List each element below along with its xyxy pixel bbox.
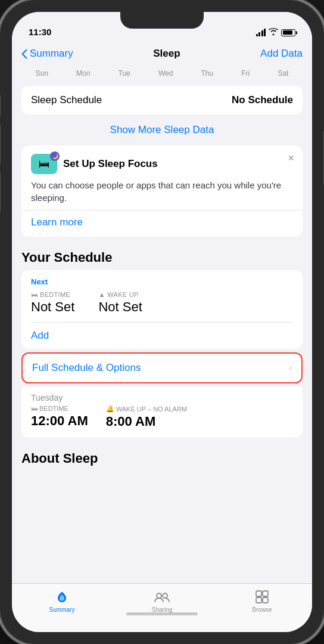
focus-header: 🛏 🌙 Set Up Sleep Focus bbox=[31, 154, 293, 174]
svg-rect-2 bbox=[256, 591, 261, 596]
tuesday-wakeup-icon: 🔔 bbox=[106, 405, 114, 413]
tuesday-bedtime-col: 🛏 BEDTIME 12:00 AM bbox=[31, 405, 88, 429]
back-button[interactable]: Summary bbox=[21, 48, 73, 60]
tuesday-wakeup-col: 🔔 WAKE UP – NO ALARM 8:00 AM bbox=[106, 405, 187, 429]
svg-point-1 bbox=[163, 593, 167, 598]
wakeup-icon: ▲ bbox=[98, 291, 105, 298]
phone-screen: 11:30 bbox=[12, 12, 312, 632]
back-label: Summary bbox=[30, 48, 73, 60]
sleep-focus-card: 🛏 🌙 Set Up Sleep Focus × You can choose … bbox=[21, 145, 303, 237]
day-wed: Wed bbox=[158, 69, 173, 78]
day-fri: Fri bbox=[241, 69, 250, 78]
tab-browse[interactable]: Browse bbox=[212, 589, 312, 613]
day-tue: Tue bbox=[119, 69, 130, 78]
bedtime-value: Not Set bbox=[31, 299, 74, 315]
phone-frame: 11:30 bbox=[0, 0, 324, 644]
about-sleep-section-header: About Sleep bbox=[12, 441, 312, 471]
learn-more-button[interactable]: Learn more bbox=[31, 216, 83, 228]
tuesday-label: Tuesday bbox=[21, 387, 303, 405]
add-schedule-button[interactable]: Add bbox=[21, 323, 303, 349]
tuesday-bedtime-icon: 🛏 bbox=[31, 405, 38, 412]
sleep-schedule-row: Sleep Schedule No Schedule bbox=[21, 86, 303, 114]
scroll-content: Sleep Schedule No Schedule Show More Sle… bbox=[12, 82, 312, 583]
summary-tab-icon bbox=[54, 589, 70, 605]
sleep-focus-icon: 🛏 🌙 bbox=[31, 154, 57, 174]
notch bbox=[120, 12, 204, 29]
svg-rect-5 bbox=[263, 597, 268, 603]
full-schedule-label: Full Schedule & Options bbox=[32, 362, 141, 374]
tuesday-times-row: 🛏 BEDTIME 12:00 AM 🔔 WAKE UP – NO ALARM … bbox=[21, 405, 303, 438]
your-schedule-card: Next 🛏 BEDTIME Not Set ▲ WAKE UP bbox=[21, 270, 303, 349]
tuesday-schedule-card: Tuesday 🛏 BEDTIME 12:00 AM 🔔 WAKE UP – N… bbox=[21, 387, 303, 438]
bed-icon: 🛏 bbox=[39, 158, 49, 171]
bedtime-col: 🛏 BEDTIME Not Set bbox=[31, 291, 74, 315]
status-icons bbox=[256, 28, 296, 37]
battery-icon bbox=[281, 29, 295, 36]
wakeup-value: Not Set bbox=[98, 299, 142, 315]
add-data-button[interactable]: Add Data bbox=[260, 48, 303, 60]
day-thu: Thu bbox=[201, 69, 213, 78]
tab-bar: Summary Sharing bbox=[12, 583, 312, 632]
svg-point-0 bbox=[157, 593, 161, 598]
browse-tab-icon bbox=[254, 589, 270, 605]
page-title: Sleep bbox=[153, 48, 180, 60]
signal-icon bbox=[256, 29, 266, 36]
chevron-right-icon: › bbox=[289, 363, 292, 373]
home-indicator bbox=[126, 612, 198, 615]
day-sat: Sat bbox=[278, 69, 288, 78]
mute-button[interactable] bbox=[0, 95, 1, 116]
wakeup-col: ▲ WAKE UP Not Set bbox=[98, 291, 142, 315]
tuesday-wakeup-value: 8:00 AM bbox=[106, 414, 187, 429]
tuesday-wakeup-label: WAKE UP – NO ALARM bbox=[116, 405, 187, 413]
summary-tab-label: Summary bbox=[49, 606, 75, 613]
days-row: Sun Mon Tue Wed Thu Fri Sat bbox=[12, 67, 312, 82]
svg-rect-3 bbox=[263, 591, 268, 596]
focus-title: Set Up Sleep Focus bbox=[63, 158, 158, 170]
svg-rect-4 bbox=[256, 597, 261, 603]
status-time: 11:30 bbox=[29, 27, 51, 37]
moon-badge: 🌙 bbox=[50, 151, 60, 161]
focus-close-button[interactable]: × bbox=[288, 153, 294, 163]
schedule-times-row: 🛏 BEDTIME Not Set ▲ WAKE UP Not Set bbox=[21, 289, 303, 322]
day-sun: Sun bbox=[36, 69, 48, 78]
schedule-next-label: Next bbox=[21, 270, 303, 289]
tuesday-bedtime-label: BEDTIME bbox=[39, 405, 68, 412]
volume-up-button[interactable] bbox=[0, 125, 1, 164]
wakeup-label: WAKE UP bbox=[107, 291, 138, 298]
wifi-icon bbox=[269, 28, 278, 37]
tab-summary[interactable]: Summary bbox=[12, 589, 112, 613]
tuesday-bedtime-value: 12:00 AM bbox=[31, 413, 88, 429]
full-schedule-options-button[interactable]: Full Schedule & Options › bbox=[21, 352, 303, 383]
focus-divider bbox=[21, 210, 303, 210]
tab-sharing[interactable]: Sharing bbox=[112, 589, 212, 613]
focus-description: You can choose people or apps that can r… bbox=[31, 179, 293, 204]
your-schedule-section-header: Your Schedule bbox=[12, 240, 312, 270]
show-more-sleep-data-button[interactable]: Show More Sleep Data bbox=[12, 118, 312, 142]
sharing-tab-icon bbox=[154, 589, 170, 605]
sleep-schedule-card: Sleep Schedule No Schedule bbox=[21, 86, 303, 114]
day-mon: Mon bbox=[76, 69, 90, 78]
volume-down-button[interactable] bbox=[0, 173, 1, 212]
browse-tab-label: Browse bbox=[252, 606, 272, 613]
bedtime-label: BEDTIME bbox=[40, 291, 70, 298]
show-more-label: Show More Sleep Data bbox=[110, 124, 214, 135]
sleep-schedule-value: No Schedule bbox=[232, 94, 293, 106]
sleep-schedule-label: Sleep Schedule bbox=[31, 94, 102, 106]
nav-bar: Summary Sleep Add Data bbox=[12, 41, 312, 67]
bedtime-icon: 🛏 bbox=[31, 291, 38, 298]
